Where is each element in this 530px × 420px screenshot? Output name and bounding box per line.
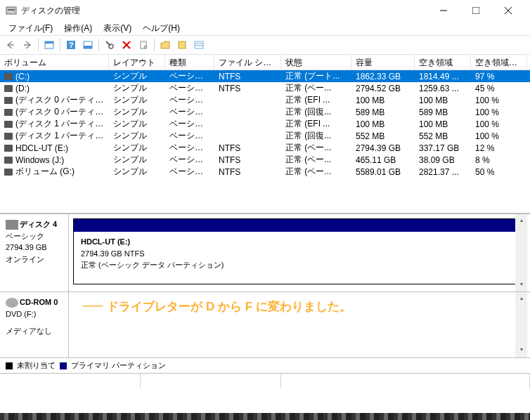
table-row[interactable]: HDCL-UT (E:)シンプルベーシックNTFS正常 (ペー...2794.3… (0, 142, 530, 154)
forward-button[interactable] (20, 37, 35, 53)
status-cell-3 (281, 374, 530, 388)
partition-header (74, 219, 524, 232)
scroll-down-button-2[interactable]: ▾ (515, 343, 527, 355)
view-bottom-button[interactable] (80, 37, 96, 53)
cdrom-info[interactable]: CD-ROM 0 DVD (F:) メディアなし (0, 292, 69, 357)
disk-info[interactable]: ディスク 4 ベーシック 2794.39 GB オンライン (0, 214, 69, 291)
table-row[interactable]: ボリューム (G:)シンプルベーシックNTFS正常 (ペー...5589.01 … (0, 166, 530, 178)
maximize-button[interactable] (460, 0, 492, 21)
minimize-button[interactable] (427, 0, 460, 21)
col-capacity[interactable]: 容量 (351, 55, 415, 70)
table-row[interactable]: (ディスク 0 パーティシ...シンプルベーシック正常 (EFI ...100 … (0, 94, 530, 106)
table-row[interactable]: (ディスク 1 パーティシ...シンプルベーシック正常 (EFI ...100 … (0, 118, 530, 130)
legend: 未割り当て プライマリ パーティション (0, 357, 530, 373)
col-filesystem[interactable]: ファイル システム (214, 55, 281, 70)
partition-status: 正常 (ベーシック データ パーティション) (81, 261, 224, 269)
col-type[interactable]: 種類 (165, 55, 214, 70)
menu-help[interactable]: ヘルプ(H) (137, 21, 186, 35)
settings-button[interactable] (174, 37, 190, 53)
disk-state: オンライン (6, 254, 63, 265)
table-row[interactable]: (D:)シンプルベーシックNTFS正常 (ペー...2794.52 GB1259… (0, 82, 530, 94)
annotation-text: ──ドライブレターが D から F に変わりました。 (83, 298, 351, 315)
view-top-button[interactable] (41, 37, 57, 53)
cdrom-panel: CD-ROM 0 DVD (F:) メディアなし ──ドライブレターが D から… (0, 291, 530, 357)
col-volume[interactable]: ボリューム (0, 55, 109, 70)
help-button[interactable]: ? (63, 37, 79, 53)
list-button[interactable] (191, 37, 207, 53)
svg-rect-1 (8, 9, 15, 11)
svg-rect-21 (195, 41, 203, 48)
scroll-track-2[interactable] (515, 304, 527, 343)
col-status[interactable]: 状態 (281, 55, 351, 70)
svg-rect-20 (179, 41, 186, 48)
cdrom-icon (6, 298, 18, 308)
col-layout[interactable]: レイアウト (109, 55, 165, 70)
legend-swatch-unalloc (6, 362, 13, 369)
scroll-track[interactable] (515, 226, 527, 278)
close-button[interactable] (492, 0, 524, 21)
scrollbar[interactable]: ▴ ▾ (515, 214, 527, 291)
legend-swatch-primary (60, 362, 67, 369)
menu-action[interactable]: 操作(A) (58, 21, 98, 35)
table-row[interactable]: (C:)シンプルベーシックNTFS正常 (ブート...1862.33 GB181… (0, 70, 530, 82)
legend-primary: プライマリ パーティション (71, 360, 166, 371)
disk-icon (6, 220, 18, 230)
svg-point-19 (144, 46, 147, 48)
legend-unalloc: 未割り当て (17, 360, 56, 371)
disk-panel: ディスク 4 ベーシック 2794.39 GB オンライン HDCL-UT (E… (0, 213, 530, 291)
bottom-decoration (0, 413, 530, 420)
table-row[interactable]: Windows (J:)シンプルベーシックNTFS正常 (ペー...465.11… (0, 154, 530, 166)
svg-rect-9 (45, 41, 53, 44)
partition-bar[interactable]: HDCL-UT (E:) 2794.39 GB NTFS 正常 (ベーシック デ… (73, 218, 524, 284)
cdrom-title: CD-ROM 0 (20, 298, 58, 306)
titlebar: ディスクの管理 (0, 0, 530, 21)
col-freepct[interactable]: 空き領域の割... (471, 55, 527, 70)
scroll-down-button[interactable]: ▾ (515, 278, 527, 290)
cdrom-media: メディアなし (6, 325, 63, 337)
partition-name: HDCL-UT (E:) (81, 237, 130, 246)
svg-point-15 (109, 44, 113, 48)
svg-text:?: ? (69, 41, 74, 49)
statusbar (0, 373, 530, 388)
folder-button[interactable] (157, 37, 173, 53)
delete-button[interactable] (119, 37, 134, 53)
disk-title: ディスク 4 (20, 220, 57, 228)
status-cell-1 (0, 374, 141, 388)
scrollbar-cdrom[interactable]: ▴ ▾ (515, 292, 527, 357)
table-body: (C:)シンプルベーシックNTFS正常 (ブート...1862.33 GB181… (0, 70, 530, 178)
scroll-up-button[interactable]: ▴ (515, 214, 527, 226)
back-button[interactable] (3, 37, 18, 53)
table-header: ボリューム レイアウト 種類 ファイル システム 状態 容量 空き領域 空き領域… (0, 55, 530, 70)
disk-type: ベーシック (6, 230, 63, 242)
refresh-button[interactable] (102, 37, 117, 53)
table-row[interactable]: (ディスク 1 パーティシ...シンプルベーシック正常 (回復...552 MB… (0, 130, 530, 142)
properties-button[interactable] (136, 37, 151, 53)
scroll-up-button-2[interactable]: ▴ (515, 292, 527, 304)
svg-rect-3 (472, 7, 479, 14)
svg-rect-13 (84, 46, 92, 48)
toolbar: ? (0, 35, 530, 55)
col-free[interactable]: 空き領域 (415, 55, 471, 70)
menubar: ファイル(F) 操作(A) 表示(V) ヘルプ(H) (0, 21, 530, 35)
disk-size: 2794.39 GB (6, 242, 63, 254)
status-cell-2 (141, 374, 281, 388)
app-icon (6, 5, 17, 16)
menu-view[interactable]: 表示(V) (98, 21, 137, 35)
window-title: ディスクの管理 (21, 5, 427, 17)
partition-size: 2794.39 GB NTFS (81, 249, 145, 258)
menu-file[interactable]: ファイル(F) (3, 21, 58, 35)
table-row[interactable]: (ディスク 0 パーティシ...シンプルベーシック正常 (回復...589 MB… (0, 106, 530, 118)
cdrom-drive: DVD (F:) (6, 308, 63, 320)
volume-table: ボリューム レイアウト 種類 ファイル システム 状態 容量 空き領域 空き領域… (0, 55, 530, 178)
